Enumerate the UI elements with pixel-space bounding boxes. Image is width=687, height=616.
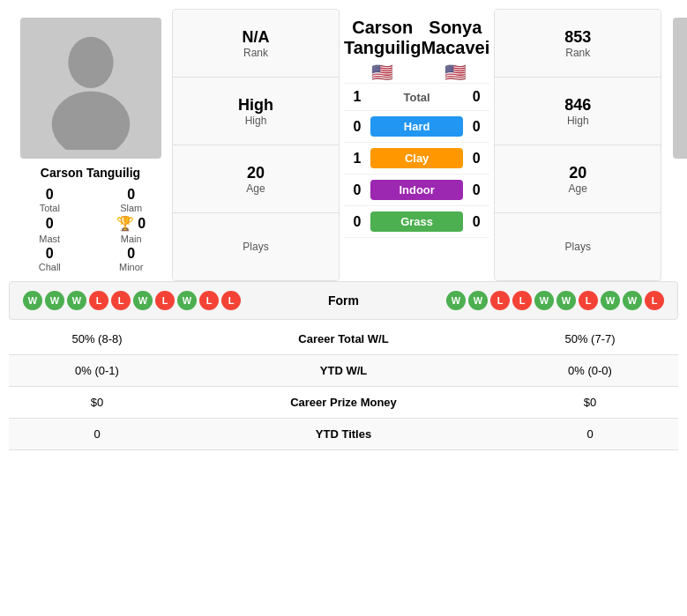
form-badge-w: W bbox=[45, 291, 64, 310]
player1-rank-row: N/A Rank bbox=[173, 10, 339, 78]
player1-form-badges: WWWLLWLWLL bbox=[23, 291, 241, 310]
player2-flag: 🇺🇸 bbox=[421, 62, 489, 83]
player1-slam-value: 0 bbox=[127, 187, 135, 203]
form-badge-w: W bbox=[601, 291, 620, 310]
player1-chall-label: Chall bbox=[39, 262, 61, 272]
form-badge-l: L bbox=[111, 291, 131, 310]
court-clay-row: 1 Clay 0 bbox=[344, 143, 489, 174]
player2-stats: 0 Total 0 Slam 0 🏆 0 Mast Mai bbox=[666, 187, 687, 272]
stats-val2: $0 bbox=[502, 387, 678, 419]
player1-name: Carson Tanguilig bbox=[41, 166, 140, 180]
player2-chall-stat: 0 Chall bbox=[666, 246, 687, 272]
player1-minor-stat: 0 Minor bbox=[95, 246, 168, 272]
player2-rank-value: 853 bbox=[564, 28, 591, 47]
center-comparison: Carson Tanguilig 🇺🇸 Sonya Macavei 🇺🇸 1 T… bbox=[340, 9, 494, 281]
court-total-row: 1 Total 0 bbox=[344, 83, 489, 111]
stats-label: Career Prize Money bbox=[185, 387, 502, 419]
form-badge-l: L bbox=[512, 291, 532, 310]
indoor-badge: Indoor bbox=[370, 180, 463, 200]
stats-row: 0% (0-1) YTD W/L 0% (0-0) bbox=[9, 355, 678, 387]
player2-high-label: High bbox=[567, 115, 589, 127]
player1-slam-stat: 0 Slam bbox=[95, 187, 168, 213]
player1-career-stats: N/A Rank High High 20 Age Plays bbox=[172, 9, 340, 281]
player1-high-row: High High bbox=[173, 78, 339, 145]
form-badge-w: W bbox=[468, 291, 488, 310]
form-label: Form bbox=[291, 293, 397, 308]
player1-header: Carson Tanguilig 🇺🇸 bbox=[344, 18, 421, 83]
player1-age-row: 20 Age bbox=[173, 145, 339, 213]
form-badge-w: W bbox=[67, 291, 86, 310]
form-badge-w: W bbox=[556, 291, 576, 310]
court-hard-row: 0 Hard 0 bbox=[344, 111, 489, 143]
player1-high-label: High bbox=[245, 115, 267, 127]
player1-flag: 🇺🇸 bbox=[344, 62, 421, 83]
player1-plays-label: Plays bbox=[243, 241, 268, 253]
player2-age-value: 20 bbox=[569, 164, 586, 182]
player2-age-row: 20 Age bbox=[495, 145, 661, 213]
player1-main-value: 0 bbox=[138, 216, 146, 232]
form-badge-w: W bbox=[23, 291, 42, 310]
court-clay-val1: 1 bbox=[344, 151, 370, 167]
form-badge-l: L bbox=[221, 291, 241, 310]
form-badge-w: W bbox=[133, 291, 153, 310]
main-container: Carson Tanguilig 0 Total 0 Slam 0 🏆 0 bbox=[0, 0, 687, 459]
court-grass-val1: 0 bbox=[344, 214, 370, 230]
player1-minor-value: 0 bbox=[127, 246, 135, 262]
player2-card: Sonya Macavei 0 Total 0 Slam 0 🏆 0 bbox=[661, 9, 687, 281]
court-hard-val2: 0 bbox=[463, 119, 489, 135]
player2-age-label: Age bbox=[569, 182, 587, 195]
player1-age-value: 20 bbox=[247, 164, 265, 182]
player1-high-value: High bbox=[238, 96, 273, 115]
svg-point-0 bbox=[68, 37, 113, 88]
player1-rank-value: N/A bbox=[243, 28, 270, 47]
player1-card: Carson Tanguilig 0 Total 0 Slam 0 🏆 0 bbox=[9, 9, 172, 281]
stats-row: 50% (8-8) Career Total W/L 50% (7-7) bbox=[9, 323, 678, 355]
court-indoor-row: 0 Indoor 0 bbox=[344, 174, 489, 206]
player2-mast-label-pair: Mast bbox=[666, 234, 687, 244]
player1-header-name: Carson Tanguilig bbox=[344, 18, 421, 58]
player1-mast-label: Mast bbox=[39, 234, 60, 244]
form-row: WWWLLWLWLL Form WWLLWWLWWL bbox=[23, 291, 664, 310]
court-grass-val2: 0 bbox=[463, 214, 489, 230]
player1-age-label: Age bbox=[246, 182, 265, 195]
form-badge-l: L bbox=[645, 291, 664, 310]
form-badge-l: L bbox=[89, 291, 108, 310]
player2-total-stat: 0 Total bbox=[666, 187, 687, 213]
trophy1-icon: 🏆 bbox=[116, 215, 134, 232]
player2-rank-label: Rank bbox=[565, 47, 590, 59]
player1-main-label-pair: Main bbox=[95, 234, 168, 244]
court-total-val1: 1 bbox=[344, 89, 370, 105]
grass-badge: Grass bbox=[370, 212, 463, 232]
player1-total-stat: 0 Total bbox=[13, 187, 86, 213]
player1-total-label: Total bbox=[40, 203, 60, 213]
stats-label: YTD W/L bbox=[185, 355, 502, 387]
stats-val2: 50% (7-7) bbox=[502, 323, 678, 355]
player1-mast-label-pair: Mast bbox=[13, 234, 86, 244]
player1-chall-stat: 0 Chall bbox=[13, 246, 86, 272]
player2-header-name: Sonya Macavei bbox=[421, 18, 489, 58]
hard-badge: Hard bbox=[370, 116, 463, 137]
form-badge-w: W bbox=[623, 291, 642, 310]
player2-mast-cell: 0 bbox=[666, 215, 687, 232]
form-badge-w: W bbox=[177, 291, 197, 310]
player1-rank-label: Rank bbox=[243, 47, 268, 59]
stats-val2: 0% (0-0) bbox=[502, 355, 678, 387]
form-badge-l: L bbox=[155, 291, 175, 310]
clay-badge: Clay bbox=[370, 148, 463, 168]
stats-val2: 0 bbox=[502, 419, 678, 450]
player1-main-label: Main bbox=[121, 234, 142, 244]
player2-plays-row: Plays bbox=[495, 213, 661, 280]
player1-plays-row: Plays bbox=[173, 213, 339, 280]
player2-rank-row: 853 Rank bbox=[495, 10, 661, 78]
names-row: Carson Tanguilig 🇺🇸 Sonya Macavei 🇺🇸 bbox=[344, 18, 489, 83]
court-hard-val1: 0 bbox=[344, 119, 370, 135]
stats-val1: 0% (0-1) bbox=[9, 355, 185, 387]
player2-career-stats: 853 Rank 846 High 20 Age Plays bbox=[494, 9, 661, 281]
stats-label: YTD Titles bbox=[185, 419, 502, 450]
form-badge-l: L bbox=[490, 291, 510, 310]
stats-val1: 0 bbox=[9, 419, 185, 450]
stats-row: 0 YTD Titles 0 bbox=[9, 419, 678, 450]
court-indoor-val1: 0 bbox=[344, 182, 370, 198]
court-total-label: Total bbox=[370, 91, 463, 104]
form-badge-w: W bbox=[446, 291, 466, 310]
